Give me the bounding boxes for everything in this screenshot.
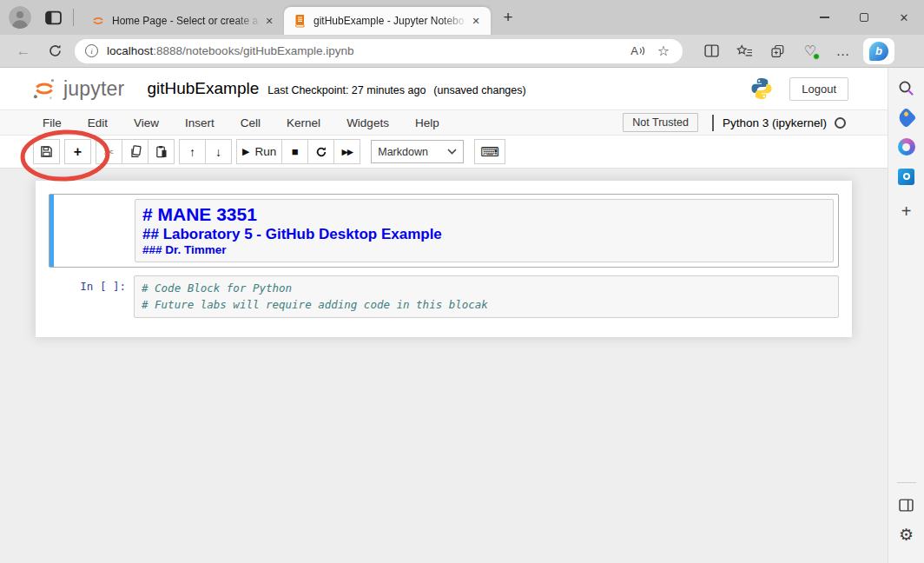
browser-essentials-button[interactable]: ♡ [797,39,823,63]
move-cell-up-button[interactable]: ↑ [179,139,206,164]
code-editor[interactable]: # Code Block for Python # Future labs wi… [134,275,839,318]
cut-cell-button[interactable]: ✂ [96,139,122,164]
play-icon: ▶ [242,146,249,157]
cell-type-select[interactable]: Markdown [371,140,464,163]
tab-close-button[interactable]: ✕ [261,13,277,29]
header-right: Logout [749,76,848,101]
collections-button[interactable] [764,39,790,63]
menu-kernel[interactable]: Kernel [274,116,333,129]
sidebar-shopping-button[interactable] [895,106,918,129]
notebook-scroll-area[interactable]: # MANE 3351 ## Laboratory 5 - GitHub Des… [0,169,888,563]
window-close-button[interactable]: ✕ [884,0,924,35]
favorites-button[interactable] [731,39,757,63]
scissors-icon: ✂ [104,145,115,159]
code-comment-line: # Code Block for Python [142,280,831,296]
menu-widgets[interactable]: Widgets [333,116,402,129]
unsaved-changes-status: (unsaved changes) [433,84,525,96]
move-group: ↑ ↓ [179,139,232,164]
ellipsis-icon: … [836,43,851,59]
profile-avatar[interactable] [9,6,31,29]
back-button[interactable]: ← [12,40,35,63]
code-cell[interactable]: In [ ]: # Code Block for Python # Future… [49,275,839,318]
code-comment-line: # Future labs will require adding code i… [142,296,831,313]
menu-help[interactable]: Help [402,116,452,129]
paste-icon [155,145,168,158]
settings-more-button[interactable]: … [830,39,856,63]
browser-tab-notebook[interactable]: gitHubExample - Jupyter Notebo ✕ [284,7,491,35]
copy-icon [129,145,142,158]
notebook-container: # MANE 3351 ## Laboratory 5 - GitHub Des… [36,181,852,337]
add-favorite-button[interactable]: ☆ [653,41,674,62]
logout-button[interactable]: Logout [789,77,848,101]
save-checkpoint-button[interactable] [33,139,60,164]
markdown-cell[interactable]: # MANE 3351 ## Laboratory 5 - GitHub Des… [49,194,839,268]
sidebar-panel-icon [899,499,914,512]
fast-forward-icon: ▶▶ [341,147,353,156]
cell-type-value: Markdown [378,146,447,158]
kernel-name: Python 3 (ipykernel) [723,116,827,129]
tab-actions-menu-button[interactable] [43,9,63,26]
markdown-line-h2: ## Laboratory 5 - GitHub Desktop Example [142,226,826,244]
paste-cell-button[interactable] [148,139,175,164]
sidebar-microsoft365-button[interactable] [895,136,918,158]
command-palette-button[interactable]: ⌨ [474,139,505,164]
collections-icon [770,44,785,58]
menu-insert[interactable]: Insert [172,116,228,129]
address-bar[interactable]: i localhost:8888/notebooks/gitHubExample… [75,39,683,63]
markdown-line-h1: # MANE 3351 [142,203,826,226]
split-screen-button[interactable] [698,39,724,63]
star-icon: ☆ [657,43,670,59]
insert-cell-button[interactable]: + [64,139,91,164]
person-icon [9,6,31,29]
not-trusted-badge[interactable]: Not Trusted [623,113,698,132]
python-logo-icon [749,76,774,101]
copy-cell-button[interactable] [122,139,148,164]
tab-title: Home Page - Select or create a n [112,15,261,27]
menu-cell[interactable]: Cell [228,116,274,129]
sidebar-divider [897,482,916,483]
sidebar-settings-button[interactable]: ⚙ [895,523,918,546]
chevron-down-icon [447,149,457,155]
titlebar-divider [73,9,74,26]
read-aloud-button[interactable]: A [627,41,648,62]
browser-tab-home[interactable]: Home Page - Select or create a n ✕ [82,7,284,35]
sidebar-add-button[interactable]: + [895,200,918,222]
maximize-icon [860,13,868,22]
interrupt-kernel-button[interactable]: ■ [281,139,308,164]
tab-close-button[interactable]: ✕ [468,13,484,29]
site-info-icon[interactable]: i [85,44,98,57]
window-controls: ✕ [804,0,924,35]
menu-view[interactable]: View [121,116,172,129]
url-path: :8888/notebooks/gitHubExample.ipynb [153,44,353,57]
vertical-tabs-icon [45,10,62,25]
bing-glyph: b [875,44,882,57]
bing-copilot-icon: b [869,42,888,61]
plus-icon: + [74,144,82,160]
restart-run-all-button[interactable]: ▶▶ [333,139,360,164]
new-tab-button[interactable]: + [496,5,520,30]
url-host: localhost [107,44,153,57]
sidebar-search-button[interactable] [895,76,918,99]
stop-icon: ■ [292,145,299,158]
run-cell-button[interactable]: ▶ Run [236,139,282,164]
move-cell-down-button[interactable]: ↓ [205,139,232,164]
sidebar-panel-toggle-button[interactable] [895,493,918,516]
menu-file[interactable]: File [30,116,75,129]
window-maximize-button[interactable] [844,0,884,35]
save-group [33,139,60,164]
notebook-favicon [293,14,307,28]
markdown-editor[interactable]: # MANE 3351 ## Laboratory 5 - GitHub Des… [135,199,834,262]
copilot-button[interactable]: b [863,38,894,64]
menu-edit[interactable]: Edit [75,116,121,129]
window-minimize-button[interactable] [804,0,844,35]
refresh-button[interactable] [43,40,66,63]
kernel-divider [712,115,714,131]
jupyter-logo-text: jupyter [63,77,124,101]
jupyter-logo[interactable]: jupyter [31,76,124,101]
outlook-icon [898,169,914,185]
sidebar-outlook-button[interactable] [895,165,918,188]
notebook-title[interactable]: gitHubExample [147,79,259,98]
restart-kernel-button[interactable] [307,139,334,164]
shopping-tag-icon [895,107,916,128]
search-icon [898,80,914,96]
